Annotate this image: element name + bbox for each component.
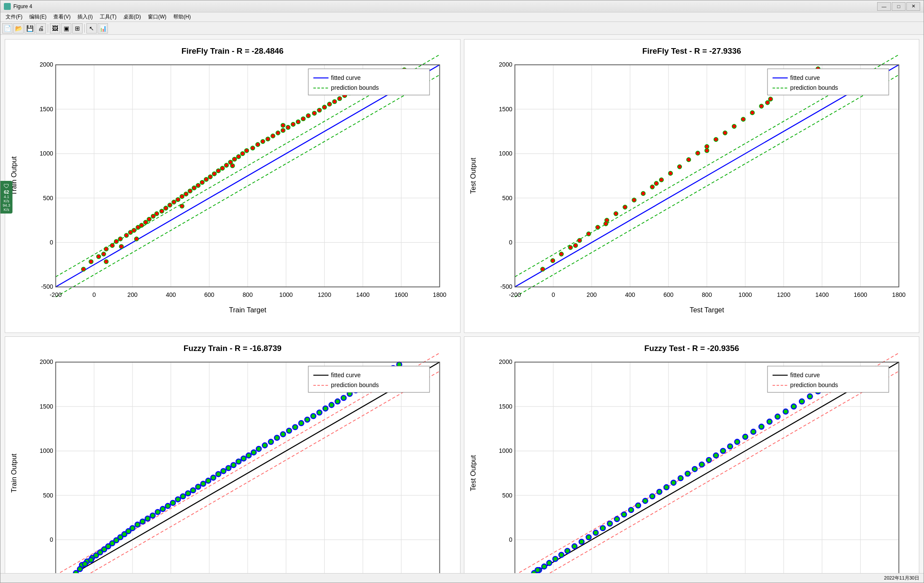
svg-point-34 <box>168 203 172 207</box>
svg-text:500: 500 <box>43 491 53 498</box>
svg-point-145 <box>759 104 763 108</box>
svg-point-211 <box>175 497 181 502</box>
minimize-button[interactable]: — <box>877 2 891 11</box>
grid-button[interactable]: ⊞ <box>72 23 83 34</box>
svg-point-152 <box>573 244 577 247</box>
menu-desktop[interactable]: 桌面(D) <box>120 12 144 21</box>
svg-point-18 <box>101 252 105 256</box>
svg-text:800: 800 <box>702 291 712 298</box>
close-button[interactable]: ✕ <box>906 2 920 11</box>
svg-point-121 <box>540 267 544 271</box>
data-button[interactable]: 📊 <box>98 23 108 34</box>
svg-point-230 <box>274 435 279 440</box>
svg-point-37 <box>180 195 184 198</box>
print-button[interactable]: 🖨 <box>36 23 46 34</box>
download-value: 94.3K/s <box>2 203 11 212</box>
svg-text:800: 800 <box>243 291 253 298</box>
svg-text:0: 0 <box>50 536 53 543</box>
svg-text:600: 600 <box>204 291 215 298</box>
svg-point-155 <box>705 149 709 153</box>
svg-point-28 <box>144 220 147 224</box>
title-bar: Figure 4 — □ ✕ <box>0 0 924 12</box>
plot-firefly-test: FireFly Test - R = -27.9336 <box>464 39 920 333</box>
side-widget: 🛡 62 4.1K/s 94.3K/s <box>0 181 12 214</box>
menu-tools[interactable]: 工具(T) <box>96 12 120 21</box>
svg-point-332 <box>535 567 540 572</box>
svg-point-319 <box>751 429 756 434</box>
svg-text:-500: -500 <box>41 283 53 290</box>
legend-fitted-label: fitted curve <box>331 74 361 81</box>
svg-text:1000: 1000 <box>499 150 513 157</box>
svg-point-66 <box>312 111 316 115</box>
svg-text:1500: 1500 <box>40 106 53 113</box>
svg-point-52 <box>241 152 245 156</box>
svg-point-70 <box>332 100 336 104</box>
menu-view[interactable]: 查看(V) <box>50 12 74 21</box>
svg-point-231 <box>280 431 285 436</box>
svg-point-47 <box>221 166 224 170</box>
svg-point-310 <box>685 471 690 476</box>
svg-point-321 <box>767 419 772 424</box>
svg-text:1500: 1500 <box>499 106 513 113</box>
svg-point-125 <box>577 238 581 242</box>
svg-point-239 <box>329 402 334 407</box>
svg-point-59 <box>276 131 280 135</box>
menu-edit[interactable]: 编辑(E) <box>26 12 50 21</box>
svg-text:1800: 1800 <box>892 291 906 298</box>
svg-point-228 <box>262 443 267 448</box>
svg-point-307 <box>664 485 669 490</box>
svg-text:200: 200 <box>127 291 138 298</box>
svg-point-304 <box>642 498 648 504</box>
svg-point-216 <box>201 481 206 486</box>
svg-text:1200: 1200 <box>318 291 332 298</box>
svg-point-46 <box>216 169 220 173</box>
new-file-button[interactable]: 📄 <box>2 23 12 34</box>
svg-point-139 <box>705 144 709 148</box>
figure-button[interactable]: 🖼 <box>50 23 60 34</box>
main-window: Figure 4 — □ ✕ 文件(F) 编辑(E) 查看(V) 插入(I) 工… <box>0 0 924 583</box>
svg-point-219 <box>216 471 221 476</box>
svg-point-41 <box>196 183 200 187</box>
svg-point-39 <box>188 189 192 193</box>
svg-point-132 <box>641 192 645 195</box>
svg-point-143 <box>741 117 745 121</box>
svg-point-204 <box>140 519 145 524</box>
maximize-button[interactable]: □ <box>892 2 906 11</box>
svg-point-217 <box>206 478 211 483</box>
svg-point-223 <box>236 459 241 464</box>
legend-fitted-label-test: fitted curve <box>790 74 820 81</box>
toggle-button[interactable]: ▣ <box>61 23 71 34</box>
plot-firefly-train: FireFly Train - R = -28.4846 <box>5 39 460 333</box>
svg-point-301 <box>621 512 626 517</box>
svg-point-51 <box>236 155 240 159</box>
svg-point-27 <box>140 223 144 227</box>
cursor-button[interactable]: ↖ <box>86 23 97 34</box>
svg-point-126 <box>586 232 590 236</box>
toolbar: 📄 📂 💾 🖨 🖼 ▣ ⊞ ↖ 📊 <box>0 22 924 35</box>
menu-help[interactable]: 帮助(H) <box>170 12 194 21</box>
legend-fitted-label-fuzzy: fitted curve <box>331 372 361 378</box>
svg-point-313 <box>706 457 711 462</box>
open-file-button[interactable]: 📂 <box>13 23 24 34</box>
svg-point-302 <box>628 507 633 513</box>
svg-point-232 <box>286 428 292 433</box>
svg-point-87 <box>281 123 285 127</box>
svg-text:2000: 2000 <box>40 61 53 68</box>
xlabel-firefly-train: Train Target <box>229 306 267 314</box>
svg-point-306 <box>657 489 662 494</box>
svg-point-61 <box>286 125 290 129</box>
svg-point-48 <box>224 163 228 167</box>
svg-point-44 <box>208 175 212 179</box>
plot-title-fuzzy-test: Fuzzy Test - R = -20.9356 <box>644 343 739 352</box>
menu-window[interactable]: 窗口(W) <box>144 12 170 21</box>
svg-point-308 <box>671 480 676 485</box>
menu-file[interactable]: 文件(F) <box>2 12 26 21</box>
svg-point-240 <box>335 399 340 404</box>
menu-insert[interactable]: 插入(I) <box>74 12 96 21</box>
plot-svg-firefly-test: FireFly Test - R = -27.9336 <box>464 40 919 333</box>
save-button[interactable]: 💾 <box>25 23 35 34</box>
toolbar-separator-2 <box>84 24 85 33</box>
svg-text:1600: 1600 <box>853 291 867 298</box>
svg-point-42 <box>200 180 204 184</box>
svg-point-294 <box>572 543 577 549</box>
